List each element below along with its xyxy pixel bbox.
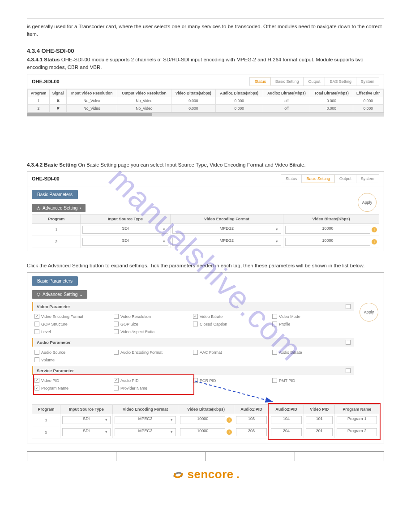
bitrate-input[interactable]: 10000 [180,428,225,436]
check-item[interactable]: Audio Source [34,348,114,356]
checkbox[interactable] [34,386,39,390]
tab-output[interactable]: Output [335,174,356,183]
checkbox[interactable] [34,322,39,326]
checkbox[interactable] [114,322,119,326]
check-label: Video Aspect Ratio [120,330,154,334]
tab-output[interactable]: Output [304,77,325,86]
audio2-pid-input[interactable]: 104 [271,416,302,424]
checkbox[interactable] [114,386,119,390]
table-cell: 0.000 [171,104,215,112]
svg-point-1 [38,294,39,295]
encoding-format-select[interactable]: MPEG2 [115,416,176,424]
group-checkbox[interactable] [346,368,351,373]
bitrate-input[interactable]: 10000 [285,226,370,234]
col-header: Program Name [335,405,379,414]
group-body: Video Encoding FormatVideo ResolutionVid… [32,311,354,338]
check-label: GOP Structure [41,322,68,326]
group-checkbox[interactable] [346,304,351,309]
check-item[interactable]: GOP Size [114,320,193,328]
tab-eas-setting[interactable]: EAS Setting [325,77,356,86]
program-name-input[interactable]: Program-1 [337,416,377,424]
bitrate-input[interactable]: 10000 [180,416,225,424]
check-item[interactable]: Video PID [34,377,114,384]
advanced-setting-toggle-2[interactable]: Advanced Setting ⌄ [32,290,87,299]
checkbox[interactable] [114,314,119,319]
checkbox[interactable] [114,329,119,334]
checkbox[interactable] [34,357,39,362]
video-pid-input[interactable]: 101 [306,416,333,424]
check-item[interactable]: Audio Encoding Format [114,348,193,356]
check-item[interactable]: AAC Format [193,348,272,356]
check-item[interactable]: Audio PID [114,377,193,384]
group-checkbox[interactable] [346,340,351,345]
encoding-format-select[interactable]: MPEG2 [172,238,281,246]
check-label: Program Name [41,386,68,390]
gear-icon [36,206,41,210]
encoding-format-select[interactable]: MPEG2 [172,226,281,234]
tab-status[interactable]: Status [249,77,271,86]
checkbox[interactable] [272,350,277,355]
checkbox[interactable] [272,378,277,383]
info-icon[interactable]: i [227,417,232,423]
tab-system[interactable]: System [356,77,379,86]
table-cell: 0.000 [171,97,215,104]
input-source-select[interactable]: SDI [82,226,168,234]
table-cell: 0.000 [353,97,383,104]
audio1-pid-input[interactable]: 203 [236,428,267,436]
check-item[interactable]: Audio Bitrate [272,348,351,356]
basic-parameters-button-2[interactable]: Basic Parameters [32,276,78,286]
input-source-select[interactable]: SDI [62,428,111,436]
apply-button-2[interactable]: Apply [360,303,378,322]
checkbox[interactable] [193,322,198,326]
apply-button[interactable]: Apply [358,193,377,212]
checkbox[interactable] [193,378,198,383]
bitrate-input[interactable]: 10000 [285,238,370,246]
check-item[interactable]: Profile [272,320,351,328]
check-item[interactable]: PCR PID [193,377,272,384]
check-item[interactable]: Video Bitrate [193,313,272,320]
advanced-setting-toggle[interactable]: Advanced Setting › [32,204,86,212]
encoding-format-select[interactable]: MPEG2 [115,428,176,436]
check-item[interactable]: Volume [34,356,114,364]
check-item[interactable]: GOP Structure [34,320,114,328]
checkbox[interactable] [272,322,277,326]
audio2-pid-input[interactable]: 204 [271,428,302,436]
info-icon[interactable]: i [227,429,232,435]
checkbox[interactable] [114,378,119,383]
checkbox[interactable] [34,350,39,355]
input-source-select[interactable]: SDI [62,416,111,424]
tab-status[interactable]: Status [281,174,302,183]
checkbox[interactable] [34,378,39,383]
check-item[interactable]: Video Mode [272,313,351,320]
video-pid-input[interactable]: 201 [306,428,333,436]
program-name-input[interactable]: Program-2 [337,428,377,436]
checkbox[interactable] [114,350,119,355]
input-source-select[interactable]: SDI [82,238,168,246]
check-item[interactable]: Video Encoding Format [34,313,114,320]
check-item[interactable]: Video Resolution [114,313,193,320]
horizontal-scrollbar[interactable] [27,112,384,116]
basic-parameters-button[interactable]: Basic Parameters [32,190,78,199]
info-icon[interactable]: i [372,239,377,245]
checkbox[interactable] [193,314,198,319]
table-row: 1SDIMPEG210000i [32,224,379,236]
check-label: PMT PID [279,378,295,383]
check-item[interactable]: Provider Name [114,384,193,392]
check-label: GOP Size [120,322,138,326]
tab-basic-setting[interactable]: Basic Setting [302,174,335,183]
col-header: Audio1:PID [234,405,269,414]
info-icon[interactable]: i [372,227,377,232]
table-row: 2✖No_VideoNo_Video0.0000.000off0.0000.00… [28,104,384,112]
tab-system[interactable]: System [356,174,379,183]
check-item[interactable]: Closed Caption [193,320,272,328]
checkbox[interactable] [34,329,39,334]
tab-basic-setting[interactable]: Basic Setting [271,77,304,86]
check-item[interactable]: Program Name [34,384,114,392]
checkbox[interactable] [34,314,39,319]
checkbox[interactable] [272,314,277,319]
check-item[interactable]: PMT PID [272,377,351,384]
audio1-pid-input[interactable]: 103 [236,416,267,424]
check-item[interactable]: Video Aspect Ratio [114,328,193,335]
check-item[interactable]: Level [34,328,114,335]
checkbox[interactable] [193,350,198,355]
